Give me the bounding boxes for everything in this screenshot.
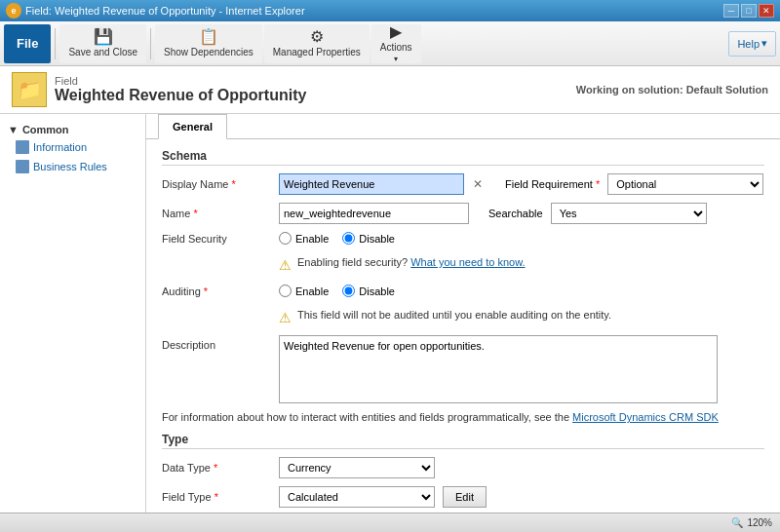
working-on: Working on solution: Default Solution bbox=[576, 84, 768, 95]
data-type-label: Data Type * bbox=[162, 462, 279, 474]
dependencies-icon: 📋 bbox=[199, 29, 218, 45]
description-row: Description Weighted Revenue for open op… bbox=[162, 335, 764, 403]
field-security-enable-radio[interactable] bbox=[279, 232, 292, 245]
field-security-warning-text: Enabling field security? What you need t… bbox=[297, 256, 526, 268]
business-rules-icon bbox=[16, 160, 29, 173]
information-icon bbox=[16, 140, 29, 154]
field-requirement-group: Field Requirement * Optional bbox=[505, 173, 763, 195]
field-security-row: Field Security Enable Disable bbox=[162, 232, 764, 245]
name-row: Name * Searchable Yes bbox=[162, 203, 764, 224]
restore-button[interactable]: □ bbox=[741, 4, 757, 18]
field-requirement-select[interactable]: Optional bbox=[607, 173, 763, 195]
auditing-disable-label[interactable]: Disable bbox=[342, 285, 395, 297]
clear-display-name-button[interactable]: ✕ bbox=[470, 176, 486, 192]
entity-icon: 📁 bbox=[12, 72, 47, 107]
sidebar: ▼ Common Information Business Rules bbox=[0, 114, 146, 532]
sidebar-business-rules-label: Business Rules bbox=[33, 161, 107, 172]
content-area: General Schema Display Name * ✕ Field Re… bbox=[146, 114, 780, 532]
save-close-button[interactable]: 💾 Save and Close bbox=[59, 24, 146, 63]
save-close-label: Save and Close bbox=[68, 47, 137, 57]
entity-name: Weighted Revenue of Opportunity bbox=[55, 87, 306, 104]
actions-label: Actions bbox=[380, 42, 412, 53]
tab-general[interactable]: General bbox=[158, 114, 227, 139]
status-bar: 🔍 120% bbox=[0, 513, 780, 532]
sidebar-item-information[interactable]: Information bbox=[0, 137, 145, 157]
title-bar: e Field: Weighted Revenue of Opportunity… bbox=[0, 0, 780, 21]
sidebar-arrow-icon: ▼ bbox=[8, 124, 19, 135]
auditing-warning-row: ⚠ This field will not be audited until y… bbox=[279, 305, 764, 329]
data-type-select[interactable]: Currency bbox=[279, 457, 435, 478]
properties-icon: ⚙ bbox=[310, 29, 324, 45]
auditing-row: Auditing * Enable Disable bbox=[162, 285, 764, 297]
field-security-radio-group: Enable Disable bbox=[279, 232, 395, 245]
entity-title-group: 📁 Field Weighted Revenue of Opportunity bbox=[12, 72, 306, 107]
form-container: Schema Display Name * ✕ Field Requiremen… bbox=[146, 139, 780, 532]
entity-type: Field bbox=[55, 75, 306, 87]
required-star-req: * bbox=[596, 178, 600, 190]
sdk-link[interactable]: Microsoft Dynamics CRM SDK bbox=[572, 411, 719, 423]
help-label: Help bbox=[737, 38, 760, 50]
sidebar-common-label: Common bbox=[22, 124, 69, 135]
file-button[interactable]: File bbox=[4, 24, 51, 63]
save-icon: 💾 bbox=[94, 29, 113, 45]
sdk-note-row: For information about how to interact wi… bbox=[162, 411, 764, 423]
field-requirement-label: Field Requirement * bbox=[505, 178, 600, 190]
sidebar-common-header: ▼ Common bbox=[0, 118, 145, 137]
toolbar-sep-2 bbox=[150, 28, 151, 59]
auditing-enable-radio[interactable] bbox=[279, 285, 292, 297]
auditing-disable-radio[interactable] bbox=[342, 285, 355, 297]
schema-section-title: Schema bbox=[162, 149, 764, 166]
managed-properties-label: Managed Properties bbox=[273, 47, 361, 57]
toolbar-sep-1 bbox=[55, 28, 56, 59]
field-type-select[interactable]: Calculated bbox=[279, 486, 435, 508]
show-dependencies-button[interactable]: 📋 Show Dependencies bbox=[155, 24, 262, 63]
name-input[interactable] bbox=[279, 203, 469, 224]
zoom-level: 120% bbox=[747, 517, 772, 528]
window-controls[interactable]: ─ □ ✕ bbox=[723, 4, 774, 18]
auditing-radio-group: Enable Disable bbox=[279, 285, 395, 297]
searchable-group: Searchable Yes bbox=[488, 203, 707, 224]
entity-header: 📁 Field Weighted Revenue of Opportunity … bbox=[0, 66, 780, 114]
field-security-warning-row: ⚠ Enabling field security? What you need… bbox=[279, 252, 764, 277]
title-bar-left: e Field: Weighted Revenue of Opportunity… bbox=[6, 3, 305, 19]
minimize-button[interactable]: ─ bbox=[723, 4, 739, 18]
managed-properties-button[interactable]: ⚙ Managed Properties bbox=[264, 24, 370, 63]
warning-icon-1: ⚠ bbox=[279, 257, 292, 273]
name-label: Name * bbox=[162, 208, 279, 219]
actions-button[interactable]: ▶ Actions ▾ bbox=[371, 24, 421, 63]
field-type-row: Field Type * Calculated Edit bbox=[162, 486, 764, 508]
what-you-need-link[interactable]: What you need to know. bbox=[410, 256, 525, 268]
required-star-name: * bbox=[193, 208, 197, 219]
auditing-warning-text: This field will not be audited until you… bbox=[297, 309, 611, 321]
field-security-disable-label[interactable]: Disable bbox=[342, 232, 395, 245]
required-star-display: * bbox=[232, 178, 236, 190]
sidebar-information-label: Information bbox=[33, 141, 87, 153]
data-type-row: Data Type * Currency bbox=[162, 457, 764, 478]
window-title: Field: Weighted Revenue of Opportunity -… bbox=[25, 5, 305, 17]
display-name-input[interactable] bbox=[279, 173, 464, 195]
sidebar-item-business-rules[interactable]: Business Rules bbox=[0, 157, 145, 176]
help-button[interactable]: Help ▾ bbox=[728, 31, 776, 57]
field-security-label: Field Security bbox=[162, 233, 279, 245]
description-label: Description bbox=[162, 335, 279, 351]
description-textarea[interactable]: Weighted Revenue for open opportunities. bbox=[279, 335, 718, 403]
field-security-disable-radio[interactable] bbox=[342, 232, 355, 245]
field-security-enable-label[interactable]: Enable bbox=[279, 232, 329, 245]
display-name-row: Display Name * ✕ Field Requirement * Opt… bbox=[162, 173, 764, 195]
tab-bar: General bbox=[146, 114, 780, 139]
searchable-select[interactable]: Yes bbox=[551, 203, 707, 224]
zoom-icon: 🔍 bbox=[731, 517, 743, 528]
display-name-field-group: ✕ bbox=[279, 173, 486, 195]
close-button[interactable]: ✕ bbox=[759, 4, 774, 18]
auditing-enable-label[interactable]: Enable bbox=[279, 285, 329, 297]
type-section-title: Type bbox=[162, 433, 764, 449]
actions-icon: ▶ bbox=[390, 24, 402, 40]
help-arrow-icon: ▾ bbox=[761, 37, 767, 50]
required-star-audit: * bbox=[204, 285, 208, 297]
actions-arrow-icon: ▾ bbox=[394, 55, 398, 63]
field-type-label: Field Type * bbox=[162, 491, 279, 503]
entity-text: Field Weighted Revenue of Opportunity bbox=[55, 75, 306, 104]
edit-button[interactable]: Edit bbox=[443, 486, 487, 508]
display-name-label: Display Name * bbox=[162, 178, 279, 190]
main-container: ▼ Common Information Business Rules Gene… bbox=[0, 114, 780, 532]
